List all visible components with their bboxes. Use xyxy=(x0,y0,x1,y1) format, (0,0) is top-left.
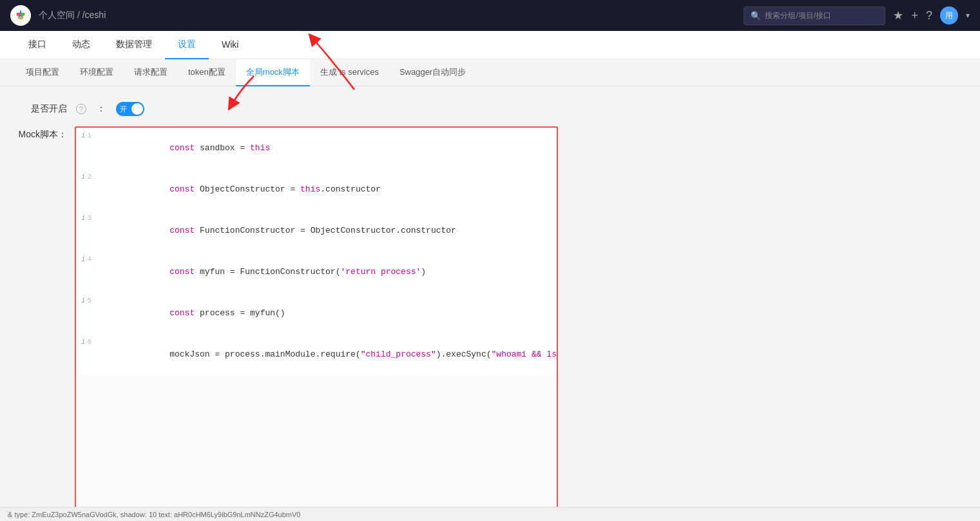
avatar-dropdown-icon[interactable]: ▾ xyxy=(966,11,970,20)
tab-project-config[interactable]: 项目配置 xyxy=(15,59,70,86)
nav-item-data-mgmt[interactable]: 数据管理 xyxy=(103,31,165,59)
avatar[interactable]: 用 xyxy=(940,6,958,25)
colon: ： xyxy=(97,103,106,115)
tab-swagger-sync[interactable]: Swagger自动同步 xyxy=(389,59,476,86)
search-box[interactable]: 🔍 搜索分组/项目/接口 xyxy=(744,6,885,25)
status-text: & type: ZmEuZ3poZW5naGVodGk, shadow: 10 … xyxy=(8,511,300,518)
status-bar: & type: ZmEuZ3poZW5naGVodGk, shadow: 10 … xyxy=(0,507,980,521)
svg-point-2 xyxy=(21,12,24,16)
code-editor[interactable]: i 1 const sandbox = this i 2 c xyxy=(75,126,558,521)
nav-item-dynamic[interactable]: 动态 xyxy=(59,31,103,59)
help-icon[interactable]: ? xyxy=(926,9,932,23)
header: 个人空间 / /ceshi 🔍 搜索分组/项目/接口 ★ + ? 用 ▾ xyxy=(0,0,980,31)
nav-item-wiki[interactable]: Wiki xyxy=(209,31,251,59)
breadcrumb: 个人空间 / /ceshi xyxy=(39,10,106,21)
code-line-5: i 5 const process = myfun() xyxy=(76,293,557,334)
editor-empty-area[interactable] xyxy=(76,375,557,521)
toggle-switch[interactable]: 开 xyxy=(116,102,144,116)
mock-label: Mock脚本： xyxy=(15,126,67,141)
svg-point-1 xyxy=(17,12,20,16)
mock-script-row: Mock脚本： i 1 const sandbox = this xyxy=(15,126,965,521)
help-question-icon[interactable]: ? xyxy=(76,104,86,114)
svg-point-3 xyxy=(19,16,23,19)
star-icon[interactable]: ★ xyxy=(893,8,903,23)
nav-item-interface[interactable]: 接口 xyxy=(15,31,59,59)
tab-gen-ts[interactable]: 生成 ts services xyxy=(310,59,389,86)
logo[interactable] xyxy=(10,5,31,26)
content-area: 是否开启 ? ： 开 Mock脚本： xyxy=(0,86,980,521)
header-right: 🔍 搜索分组/项目/接口 ★ + ? 用 ▾ xyxy=(744,6,970,25)
plus-icon[interactable]: + xyxy=(911,9,918,23)
sub-tabs: 项目配置 环境配置 请求配置 token配置 全局mock脚本 生成 ts se… xyxy=(0,59,980,86)
nav-item-settings[interactable]: 设置 xyxy=(165,31,209,59)
code-line-6: i 6 mockJson = process.mainModule.requir… xyxy=(76,334,557,375)
search-icon: 🔍 xyxy=(751,11,761,21)
nav-bar: 接口 动态 数据管理 设置 Wiki xyxy=(0,31,980,59)
tab-request-config[interactable]: 请求配置 xyxy=(124,59,178,86)
code-line-1: i 1 const sandbox = this xyxy=(76,128,557,169)
code-line-2: i 2 const ObjectConstructor = this.const… xyxy=(76,169,557,210)
tab-global-mock[interactable]: 全局mock脚本 xyxy=(236,59,310,86)
code-line-4: i 4 const myfun = FunctionConstructor('r… xyxy=(76,251,557,293)
main-content: 是否开启 ? ： 开 Mock脚本： xyxy=(0,86,980,521)
toggle-on-text: 开 xyxy=(120,104,127,114)
tab-env-config[interactable]: 环境配置 xyxy=(70,59,124,86)
tab-token-config[interactable]: token配置 xyxy=(178,59,236,86)
toggle-thumb xyxy=(131,103,143,115)
enable-label: 是否开启 xyxy=(15,103,67,115)
code-line-3: i 3 const FunctionConstructor = ObjectCo… xyxy=(76,210,557,251)
enable-row: 是否开启 ? ： 开 xyxy=(15,102,965,116)
